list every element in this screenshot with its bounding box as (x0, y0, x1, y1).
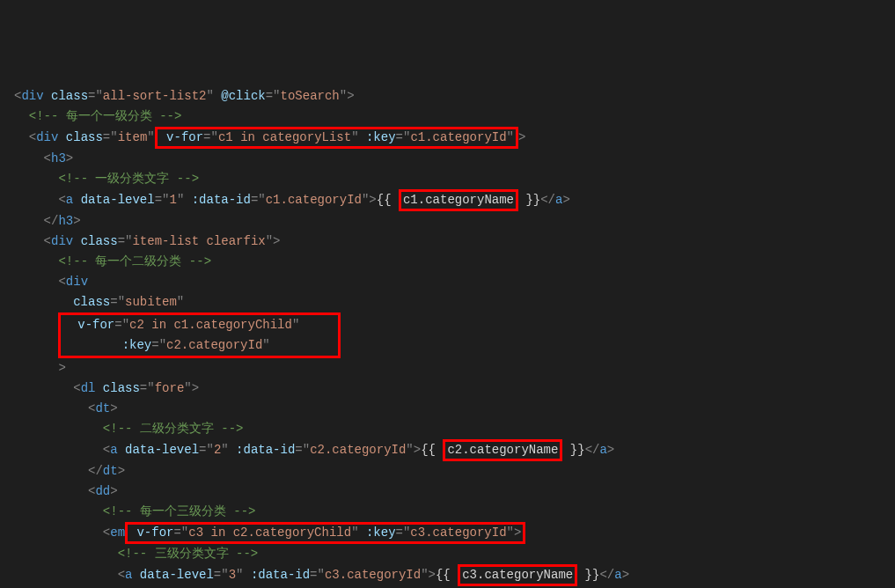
highlight-box: v-for="c2 in c1.categoryChild" :key="c2.… (58, 312, 341, 358)
code-line: > (58, 361, 65, 375)
highlight-box: c1.categoryName (399, 189, 518, 211)
code-line: <!-- 二级分类文字 --> (103, 422, 244, 436)
code-line: <div class="item" v-for="c1 in categoryL… (29, 130, 526, 144)
code-line: <a data-level="1" :data-id="c1.categoryI… (58, 193, 569, 207)
code-line: <!-- 三级分类文字 --> (118, 547, 259, 561)
code-line: <em v-for="c3 in c2.categoryChild" :key=… (103, 526, 526, 540)
code-line: </dt> (88, 464, 125, 478)
code-line: <h3> (44, 151, 74, 165)
code-line: <a data-level="2" :data-id="c2.categoryI… (103, 443, 614, 457)
code-line: <!-- 每一个三级分类 --> (103, 504, 256, 518)
code-line: <!-- 每一个二级分类 --> (58, 254, 211, 268)
code-line: </h3> (44, 214, 81, 228)
code-line: <!-- 每一个一级分类 --> (29, 109, 182, 123)
code-line: <a data-level="3" :data-id="c3.categoryI… (118, 568, 629, 582)
code-line: <div class="all-sort-list2" @click="toSe… (14, 89, 355, 103)
code-line: class="subitem" (73, 295, 184, 309)
code-block: <div class="all-sort-list2" @click="toSe… (0, 81, 895, 588)
code-line: <div class="item-list clearfix"> (44, 234, 281, 248)
code-line: <dd> (88, 484, 118, 498)
highlight-box: v-for="c1 in categoryList" :key="c1.cate… (155, 127, 518, 149)
code-line: <div (58, 275, 88, 289)
code-line: <!-- 一级分类文字 --> (58, 172, 199, 186)
highlight-box: v-for="c3 in c2.categoryChild" :key="c3.… (125, 522, 525, 544)
highlight-box: c2.categoryName (443, 439, 562, 461)
code-line: <dt> (88, 401, 118, 415)
code-line: <dl class="fore"> (73, 381, 199, 395)
highlight-box: c3.categoryName (458, 564, 577, 586)
